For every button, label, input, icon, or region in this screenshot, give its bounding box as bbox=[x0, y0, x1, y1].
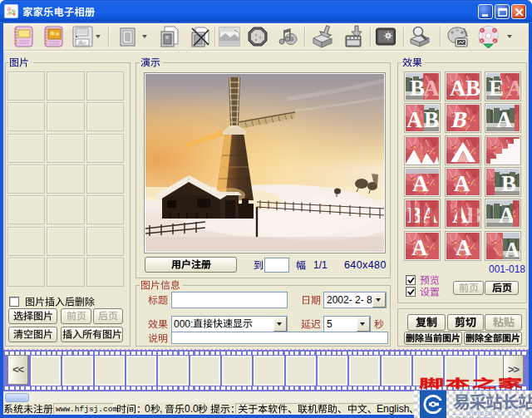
svg-text:A: A bbox=[411, 235, 428, 259]
svg-text:A: A bbox=[412, 171, 429, 195]
svg-text:A: A bbox=[423, 76, 439, 100]
svg-text:A: A bbox=[406, 107, 423, 131]
svg-text:A: A bbox=[496, 107, 513, 131]
svg-text:A: A bbox=[456, 235, 472, 259]
svg-text:A: A bbox=[507, 76, 520, 100]
svg-text:B: B bbox=[466, 76, 480, 100]
svg-text:A: A bbox=[454, 171, 470, 195]
svg-text:E: E bbox=[489, 76, 504, 100]
svg-text:A: A bbox=[505, 239, 520, 259]
svg-text:B: B bbox=[424, 107, 439, 131]
svg-text:A: A bbox=[450, 76, 466, 100]
svg-text:B: B bbox=[501, 171, 516, 195]
